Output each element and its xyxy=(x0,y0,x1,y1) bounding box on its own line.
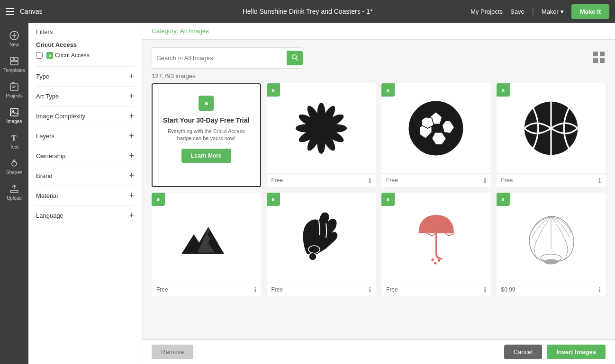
sidebar-item-projects[interactable]: Projects xyxy=(0,78,28,102)
umbrella-image xyxy=(391,202,481,273)
svg-text:T: T xyxy=(11,134,17,142)
svg-rect-19 xyxy=(600,58,605,63)
info-icon[interactable]: ℹ xyxy=(484,177,486,184)
image-card-shell[interactable]: a xyxy=(497,193,606,296)
insert-button[interactable]: Insert Images xyxy=(547,345,606,359)
sidebar-item-images[interactable]: Images xyxy=(0,103,28,128)
svg-rect-3 xyxy=(10,57,14,61)
access-badge: a xyxy=(267,83,280,97)
ownership-expand-icon: + xyxy=(129,151,134,161)
trial-card-inner: a Start Your 30-Day Free Trial Everythin… xyxy=(153,84,260,174)
sidebar-item-new[interactable]: New xyxy=(0,27,28,51)
image-card-soccer[interactable]: a Free xyxy=(381,83,491,187)
image-inner xyxy=(381,83,491,173)
svg-rect-13 xyxy=(10,190,18,193)
filter-language[interactable]: Language + xyxy=(36,205,134,225)
filters-title: Filters xyxy=(36,28,134,36)
access-badge: a xyxy=(381,83,395,97)
info-icon[interactable]: ℹ xyxy=(484,286,486,293)
cancel-button[interactable]: Cancel xyxy=(504,345,542,359)
access-badge: a xyxy=(381,193,395,206)
make-it-button[interactable]: Make It xyxy=(571,4,609,19)
image-grid: a Start Your 30-Day Free Trial Everythin… xyxy=(142,83,615,339)
svg-rect-18 xyxy=(593,58,598,63)
soccer-image xyxy=(391,93,481,164)
image-card-umbrella[interactable]: a Free xyxy=(381,193,491,296)
svg-point-52 xyxy=(437,259,440,262)
image-card-mountains[interactable]: a Free ℹ xyxy=(152,193,261,296)
mountains-image xyxy=(161,202,252,273)
chevron-down-icon: ▾ xyxy=(561,8,564,15)
access-badge: a xyxy=(497,193,510,206)
image-inner xyxy=(497,83,606,173)
brand-expand-icon: + xyxy=(129,171,134,181)
info-icon[interactable]: ℹ xyxy=(254,286,256,293)
image-count: 127,793 images xyxy=(142,69,615,83)
cricut-access-checkbox[interactable] xyxy=(36,52,43,59)
project-title: Hello Sunshine Drink Trey and Coasters -… xyxy=(243,8,373,15)
filter-ownership[interactable]: Ownership + xyxy=(36,146,134,166)
svg-rect-6 xyxy=(10,84,18,90)
search-input[interactable] xyxy=(157,54,287,62)
sunflower-image xyxy=(276,93,367,164)
card-footer: $0.99 ℹ xyxy=(497,283,606,296)
trial-card[interactable]: a Start Your 30-Day Free Trial Everythin… xyxy=(152,83,261,187)
bottom-bar: Remove Cancel Insert Images xyxy=(142,339,615,364)
image-inner xyxy=(381,193,491,283)
icon-sidebar: New Templates Projects Images T Text Sha… xyxy=(0,23,28,364)
access-badge: a xyxy=(497,83,510,97)
image-card-sunflower[interactable]: a xyxy=(267,83,376,187)
info-icon[interactable]: ℹ xyxy=(369,177,371,184)
svg-rect-9 xyxy=(10,108,18,116)
card-footer: Free ℹ xyxy=(497,173,606,187)
search-button[interactable] xyxy=(287,51,303,65)
search-box xyxy=(152,47,303,69)
card-footer: Free ℹ xyxy=(381,173,491,187)
image-card-basketball[interactable]: a Free ℹ xyxy=(497,83,606,187)
filter-panel: Filters Cricut Access a Cricut Access Ty… xyxy=(28,23,142,364)
filter-layers[interactable]: Layers + xyxy=(36,126,134,146)
hamburger-menu[interactable] xyxy=(6,8,14,15)
svg-point-54 xyxy=(544,259,558,264)
filter-material[interactable]: Material + xyxy=(36,186,134,205)
bottom-actions: Cancel Insert Images xyxy=(504,345,606,359)
main-layout: New Templates Projects Images T Text Sha… xyxy=(0,23,615,364)
svg-point-51 xyxy=(434,262,437,265)
image-card-glove[interactable]: a Free ℹ xyxy=(267,193,376,296)
svg-rect-17 xyxy=(600,52,605,56)
filter-brand[interactable]: Brand + xyxy=(36,166,134,186)
card-footer: Free ℹ xyxy=(152,283,261,296)
my-projects-button[interactable]: My Projects xyxy=(470,8,503,15)
top-nav: Canvas Hello Sunshine Drink Trey and Coa… xyxy=(0,0,615,23)
card-footer: Free ℹ xyxy=(267,283,376,296)
maker-dropdown[interactable]: Maker ▾ xyxy=(542,8,564,15)
filter-image-complexity[interactable]: Image Complexity + xyxy=(36,106,134,126)
type-expand-icon: + xyxy=(129,71,134,81)
filter-type[interactable]: Type + xyxy=(36,66,134,86)
glove-image xyxy=(276,202,367,273)
cricut-access-badge: a Cricut Access xyxy=(46,52,90,59)
learn-more-button[interactable]: Learn More xyxy=(181,149,231,163)
app-title: Canvas xyxy=(20,8,42,15)
image-inner xyxy=(497,193,606,283)
save-button[interactable]: Save xyxy=(510,8,525,15)
info-icon[interactable]: ℹ xyxy=(598,177,601,184)
remove-button[interactable]: Remove xyxy=(152,345,193,359)
layers-expand-icon: + xyxy=(129,131,134,141)
filter-art-type[interactable]: Art Type + xyxy=(36,86,134,106)
info-icon[interactable]: ℹ xyxy=(369,286,371,293)
main-content: Category: All Images 127,793 images a xyxy=(142,23,615,364)
image-inner xyxy=(152,193,261,283)
sidebar-item-templates[interactable]: Templates xyxy=(0,52,28,77)
sidebar-item-upload[interactable]: Upload xyxy=(0,180,28,204)
svg-rect-16 xyxy=(593,52,598,56)
grid-toggle-button[interactable] xyxy=(592,51,606,66)
info-icon[interactable]: ℹ xyxy=(598,286,601,293)
sidebar-item-text[interactable]: T Text xyxy=(0,129,28,153)
trial-badge: a xyxy=(199,96,214,111)
card-footer: Free ℹ xyxy=(381,283,491,296)
card-footer: Free ℹ xyxy=(267,173,376,187)
material-expand-icon: + xyxy=(129,191,134,201)
sidebar-item-shapes[interactable]: Shapes xyxy=(0,154,28,179)
nav-divider: | xyxy=(532,7,534,16)
